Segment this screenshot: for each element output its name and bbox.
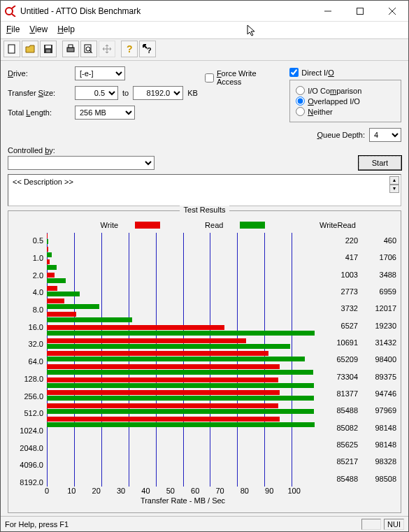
bar-row (47, 311, 319, 324)
titlebar: Untitled - ATTO Disk Benchmark (1, 1, 408, 22)
write-value: 85488 (320, 406, 358, 415)
read-bar (47, 422, 315, 427)
move-button[interactable] (99, 41, 115, 57)
read-value: 89375 (358, 373, 396, 381)
controlled-by-select[interactable] (8, 156, 155, 170)
drive-select[interactable]: [-e-] (75, 66, 125, 80)
x-axis-ticks: 0102030405060708090100 (47, 487, 319, 495)
status-help-text: For Help, press F1 (5, 520, 69, 529)
bar-row (47, 338, 319, 351)
description-spinner[interactable]: ▴ ▾ (389, 176, 399, 193)
description-box[interactable]: << Description >> ▴ ▾ (8, 174, 401, 206)
write-bar (47, 351, 268, 356)
menu-view[interactable]: View (29, 24, 48, 34)
force-write-checkbox[interactable]: Force Write Access (205, 69, 282, 86)
y-tick-label: 256.0 (13, 387, 43, 405)
write-value: 85217 (320, 457, 358, 466)
overlapped-io-radio[interactable]: Overlapped I/O (296, 96, 395, 106)
read-value: 3488 (358, 271, 396, 279)
start-button[interactable]: Start (359, 156, 401, 170)
write-value: 85082 (320, 424, 358, 432)
value-row: 8508298148 (320, 419, 396, 436)
y-tick-label: 2048.0 (13, 439, 43, 456)
read-bar (47, 396, 314, 401)
minimize-button[interactable] (312, 1, 344, 22)
transfer-from-select[interactable]: 0.5 (75, 86, 118, 100)
bar-row (47, 364, 319, 377)
write-value: 85488 (320, 475, 358, 483)
read-bar (47, 304, 99, 309)
menu-file[interactable]: File (6, 24, 20, 34)
value-row: 8548898508 (320, 470, 396, 487)
app-icon (5, 6, 16, 17)
to-label: to (122, 89, 129, 97)
queue-depth-select[interactable]: 4 (369, 128, 401, 142)
zoom-button[interactable] (80, 41, 97, 57)
write-value: 1003 (320, 271, 358, 279)
read-value: 98148 (358, 424, 396, 432)
save-button[interactable] (40, 41, 57, 57)
total-length-select[interactable]: 256 MB (75, 106, 135, 120)
y-tick-label: 1.0 (13, 250, 43, 267)
direct-io-checkbox[interactable]: Direct I/O (289, 68, 401, 77)
legend-write-label: Write (101, 221, 118, 229)
value-row: 8548897969 (320, 402, 396, 419)
open-button[interactable] (22, 41, 38, 57)
spin-up-icon[interactable]: ▴ (389, 176, 399, 185)
read-value: 98508 (358, 475, 396, 483)
y-axis-labels: 0.51.02.04.08.016.032.064.0128.0256.0512… (13, 232, 46, 508)
io-mode-group: I/O Comparison Overlapped I/O Neither (289, 80, 401, 122)
new-button[interactable] (3, 41, 20, 57)
read-bar (47, 357, 305, 361)
value-row: 7330489375 (320, 368, 396, 385)
toolbar: ? ? (1, 38, 408, 61)
write-value: 85625 (320, 440, 358, 449)
bar-row (47, 403, 319, 416)
transfer-to-select[interactable]: 8192.0 (133, 86, 183, 100)
write-bar (47, 364, 280, 369)
write-bar (47, 286, 57, 291)
neither-radio[interactable]: Neither (296, 107, 395, 116)
value-row: 27736959 (320, 283, 396, 300)
context-help-button[interactable]: ? (139, 41, 156, 57)
write-bar (47, 390, 280, 395)
svg-text:?: ? (147, 46, 152, 55)
bar-row (47, 389, 319, 403)
read-bar (47, 370, 313, 375)
menubar: File View Help (1, 22, 408, 38)
bar-row (47, 246, 319, 259)
read-bar (47, 278, 66, 283)
write-bar (47, 259, 50, 264)
description-text: << Description >> (13, 178, 73, 186)
queue-depth-label: Queue Depth: (317, 131, 366, 139)
read-value: 98400 (358, 355, 396, 364)
help-button[interactable]: ? (121, 41, 138, 57)
read-value: 97969 (358, 406, 396, 415)
read-value: 19230 (358, 322, 396, 330)
write-bar (47, 299, 64, 303)
bar-row (47, 233, 319, 246)
menu-help[interactable]: Help (57, 24, 75, 34)
status-cell-empty (361, 519, 381, 530)
read-bar (47, 317, 132, 322)
results-title: Test Results (180, 206, 230, 214)
value-row: 8137794746 (320, 385, 396, 402)
y-tick-label: 64.0 (13, 353, 43, 371)
bar-row (47, 350, 319, 364)
write-swatch-icon (135, 222, 160, 229)
chart-legend: Write Read (46, 221, 320, 229)
io-comparison-radio[interactable]: I/O Comparison (296, 86, 395, 95)
y-tick-label: 16.0 (13, 318, 43, 336)
spin-down-icon[interactable]: ▾ (389, 185, 399, 193)
write-bar (47, 325, 224, 330)
y-tick-label: 4096.0 (13, 456, 43, 474)
y-tick-label: 32.0 (13, 336, 43, 353)
print-button[interactable] (62, 41, 79, 57)
close-button[interactable] (376, 1, 408, 22)
bar-row (47, 285, 319, 299)
read-value: 31432 (358, 338, 396, 347)
write-value: 73304 (320, 373, 358, 381)
bar-row (47, 377, 319, 390)
bar-row (47, 272, 319, 285)
maximize-button[interactable] (344, 1, 376, 22)
